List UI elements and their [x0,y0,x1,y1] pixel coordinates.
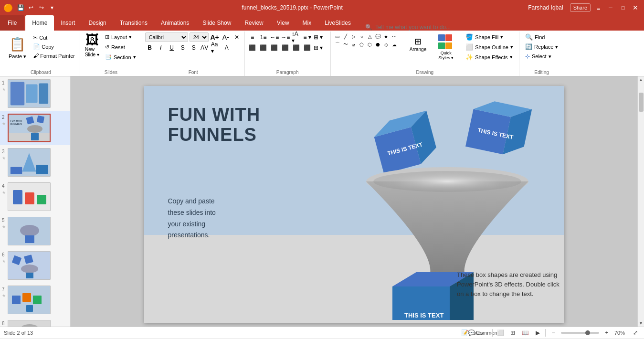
scroll-up-button[interactable]: ▲ [638,76,644,83]
tab-animations[interactable]: Animations [154,15,196,31]
shape-connector[interactable]: ⌀ [350,41,358,48]
underline-button[interactable]: U [167,43,177,53]
tab-design[interactable]: Design [82,15,113,31]
save-button[interactable]: 💾 [16,3,25,12]
shape-freeform[interactable]: 〜 [342,41,349,48]
tab-file[interactable]: File [0,15,24,31]
slide-subtitle[interactable]: Copy and pastethese slides intoyour exis… [168,196,216,241]
align-left-button[interactable]: ⬛ [248,43,257,53]
decrease-font-size-button[interactable]: A- [221,32,231,42]
reading-view-button[interactable]: 📖 [520,328,530,338]
scroll-track[interactable] [638,83,644,320]
shape-arrow[interactable]: ▷ [350,32,358,40]
text-direction-button[interactable]: ↕A ▾ [292,32,301,42]
cube-top-right[interactable]: THIS IS TEXT [465,100,531,159]
bullets-button[interactable]: ≡ [248,32,257,42]
smartart-button[interactable]: ⊞ ▾ [314,32,323,42]
shape-fill-button[interactable]: 🪣 Shape Fill ▾ [463,32,516,42]
tab-insert[interactable]: Insert [54,15,82,31]
tab-mix[interactable]: Mix [296,15,318,31]
numbering-button[interactable]: 1≡ [259,32,268,42]
new-slide-button[interactable]: 🖼 NewSlide ▾ [83,32,101,58]
slide-canvas[interactable]: FUN WITH FUNNELS Copy and pastethese sli… [144,86,564,323]
slide-thumb-8[interactable]: 8 ★ [0,317,70,327]
copy-button[interactable]: 📄 Copy [31,42,77,51]
zoom-slider[interactable] [561,332,599,334]
align-text-button[interactable]: ≡ ▾ [303,32,312,42]
shape-outline-button[interactable]: ⬜ Shape Outline ▾ [463,42,516,52]
tab-review[interactable]: Review [238,15,270,31]
slide-thumb-3[interactable]: 3 ★ [0,145,70,180]
text-shadow-button[interactable]: S [189,43,199,53]
arrange-button[interactable]: ⊞ Arrange [407,32,430,56]
line-spacing-button[interactable]: ⬛ [303,43,312,53]
ribbon-collapse-button[interactable]: 🗕 [593,3,603,12]
slide-title[interactable]: FUN WITH FUNNELS [168,105,261,145]
slide-thumb-1[interactable]: 1 ★ [0,76,70,111]
shape-rect[interactable]: ▭ [334,32,341,40]
slide-sorter-button[interactable]: ⊞ [508,328,517,338]
scroll-thumb[interactable] [639,93,644,112]
fit-slide-button[interactable]: ⤢ [631,328,640,338]
shape-triangle[interactable]: △ [366,32,374,40]
shape-diamond[interactable]: ◇ [382,41,390,48]
columns-button[interactable]: ⬛ [292,43,301,53]
find-button[interactable]: 🔍 Find [522,32,561,42]
comments-button[interactable]: 💬 Comments [480,328,489,338]
close-button[interactable]: ✕ [631,3,640,12]
shape-pentagon[interactable]: ⬠ [358,41,366,48]
italic-button[interactable]: I [156,43,166,53]
shape-oval[interactable]: ○ [358,32,366,40]
shape-effects-button[interactable]: ✨ Shape Effects ▾ [463,53,516,62]
align-right-button[interactable]: ⬛ [270,43,279,53]
character-spacing-button[interactable]: AV [200,43,210,53]
zoom-in-button[interactable]: + [602,328,612,338]
shape-cloud[interactable]: ☁ [391,41,398,48]
section-button[interactable]: 📑 Section ▾ [102,53,139,62]
zoom-thumb[interactable] [585,330,590,335]
tab-home[interactable]: Home [25,15,54,31]
zoom-out-button[interactable]: − [549,328,558,338]
align-center-button[interactable]: ⬛ [259,43,268,53]
quick-styles-button[interactable]: QuickStyles ▾ [435,32,456,62]
normal-view-button[interactable]: ⬜ [496,328,505,338]
strikethrough-button[interactable]: S [178,43,188,53]
replace-button[interactable]: 🔄 Replace ▾ [522,42,561,51]
shape-callout[interactable]: 💬 [374,32,382,40]
layout-button[interactable]: ⊞ Layout ▾ [102,32,139,42]
cube-top-left[interactable]: THIS IS TEXT [371,111,439,174]
bold-button[interactable]: B [145,43,155,53]
change-case-button[interactable]: Aa ▾ [211,43,221,53]
customize-qat-button[interactable]: ▾ [48,3,56,12]
tab-slideshow[interactable]: Slide Show [196,15,238,31]
font-size-select[interactable]: 24 [190,32,209,42]
redo-button[interactable]: ↪ [37,3,46,12]
shape-more[interactable]: ⋯ [391,32,398,40]
reset-button[interactable]: ↺ Reset [102,42,139,52]
slide-thumb-5[interactable]: 5 ★ [0,214,70,248]
share-button[interactable]: Share [570,3,591,12]
shape-octagon[interactable]: ⬣ [374,41,382,48]
maximize-button[interactable]: □ [618,3,628,12]
justify-button[interactable]: ⬛ [281,43,290,53]
undo-button[interactable]: ↩ [27,3,35,12]
slide-thumb-4[interactable]: 4 ★ [0,180,70,214]
font-family-select[interactable]: Calibri [145,32,188,42]
font-color-button[interactable]: A [222,43,232,53]
tab-view[interactable]: View [270,15,296,31]
clear-formatting-button[interactable]: ✕ [232,32,242,42]
increase-indent-button[interactable]: →≡ [281,32,290,42]
tab-transitions[interactable]: Transitions [113,15,154,31]
shape-line[interactable]: ╱ [342,32,349,40]
shape-hexagon[interactable]: ⬡ [366,41,374,48]
shape-star[interactable]: ★ [382,32,390,40]
decrease-indent-button[interactable]: ←≡ [270,32,279,42]
tell-me-input[interactable] [375,24,471,31]
convert-smartart-button[interactable]: ⊞ ▾ [314,43,323,53]
increase-font-size-button[interactable]: A+ [210,32,220,42]
tab-liveslides[interactable]: LiveSlides [318,15,358,31]
select-button[interactable]: ⊹ Select ▾ [522,52,561,61]
paste-button[interactable]: 📋 Paste ▾ [5,32,30,62]
minimize-button[interactable]: ─ [606,3,615,12]
scroll-down-button[interactable]: ▼ [638,320,644,327]
